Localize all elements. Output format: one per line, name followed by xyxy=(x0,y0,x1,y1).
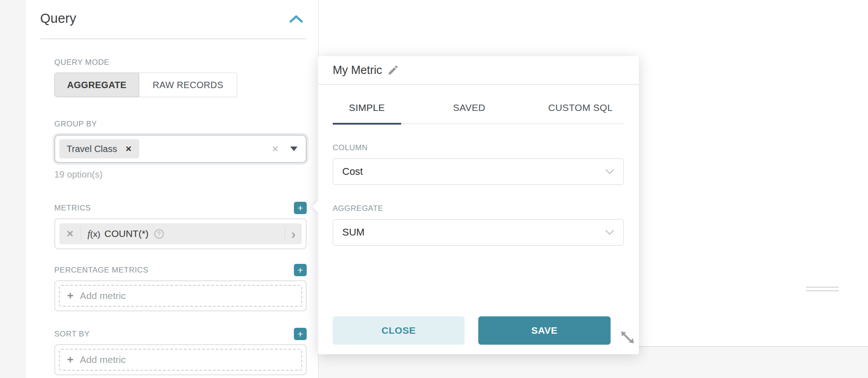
metrics-dropzone: ✕ f(x) COUNT(*) ? › xyxy=(54,218,307,249)
popover-footer: CLOSE SAVE xyxy=(333,316,611,345)
tab-custom-sql[interactable]: CUSTOM SQL xyxy=(537,102,624,113)
percentage-metrics-add-area[interactable]: + Add metric xyxy=(59,285,302,307)
query-mode-control: QUERY MODE AGGREGATE RAW RECORDS xyxy=(54,58,307,97)
query-mode-label: QUERY MODE xyxy=(54,58,307,67)
sort-by-label: SORT BY xyxy=(54,330,90,339)
query-section-title: Query xyxy=(40,11,76,26)
help-circle-icon[interactable]: ? xyxy=(154,229,164,239)
collapse-chevron-up-icon[interactable] xyxy=(289,15,303,23)
pill-divider xyxy=(81,227,81,241)
metric-remove-icon[interactable]: ✕ xyxy=(59,228,81,239)
save-button[interactable]: SAVE xyxy=(478,316,611,345)
select-caret-down-icon[interactable] xyxy=(290,147,298,151)
metric-pill-count[interactable]: ✕ f(x) COUNT(*) ? › xyxy=(59,223,302,244)
resize-diagonal-icon[interactable] xyxy=(620,330,635,345)
tag-remove-icon[interactable]: ✕ xyxy=(125,144,131,154)
aggregate-label: AGGREGATE xyxy=(333,204,624,213)
column-select-value: Cost xyxy=(342,166,605,178)
aggregate-select-value: SUM xyxy=(342,226,605,238)
tab-simple[interactable]: SIMPLE xyxy=(333,102,401,113)
sort-by-control: SORT BY + + Add metric xyxy=(54,328,307,375)
active-tab-ink-bar xyxy=(333,123,401,125)
chart-builder-screen: Query QUERY MODE AGGREGATE RAW RECORDS G… xyxy=(0,0,868,378)
percentage-metrics-control: PERCENTAGE METRICS + + Add metric xyxy=(54,264,307,311)
query-mode-raw-records-button[interactable]: RAW RECORDS xyxy=(139,73,237,97)
percentage-metrics-label: PERCENTAGE METRICS xyxy=(54,266,148,275)
group-by-options-hint: 19 option(s) xyxy=(54,169,307,180)
popover-header: My Metric xyxy=(318,56,639,85)
group-by-label: GROUP BY xyxy=(54,120,307,129)
plus-icon: + xyxy=(67,354,73,365)
metric-name: COUNT(*) xyxy=(105,228,149,239)
sort-by-add-area[interactable]: + Add metric xyxy=(59,349,302,371)
group-by-select[interactable]: Travel Class ✕ × xyxy=(54,135,307,163)
select-chevron-down-icon xyxy=(605,230,614,235)
column-label: COLUMN xyxy=(333,143,624,152)
close-button[interactable]: CLOSE xyxy=(333,316,465,345)
add-metric-placeholder: Add metric xyxy=(80,354,125,365)
group-by-control: GROUP BY Travel Class ✕ × 19 option(s) xyxy=(54,120,307,180)
query-header-divider xyxy=(40,38,307,39)
sort-by-dropzone: + Add metric xyxy=(54,344,307,375)
query-control-panel: Query QUERY MODE AGGREGATE RAW RECORDS G… xyxy=(26,0,319,378)
column-select[interactable]: Cost xyxy=(333,158,624,185)
tab-underline-track xyxy=(333,123,624,124)
plus-icon: + xyxy=(67,290,73,301)
popover-body: SIMPLE SAVED CUSTOM SQL COLUMN Cost AGGR… xyxy=(318,102,639,246)
metric-editor-popover: My Metric SIMPLE SAVED CUSTOM SQL COLUMN… xyxy=(318,56,639,354)
metrics-add-button[interactable]: + xyxy=(294,202,307,214)
left-gray-rail xyxy=(0,0,26,378)
metrics-label: METRICS xyxy=(54,204,91,213)
query-mode-segmented: AGGREGATE RAW RECORDS xyxy=(54,73,237,97)
metric-title: My Metric xyxy=(333,63,382,77)
group-by-tag-label: Travel Class xyxy=(67,144,117,154)
sort-by-add-button[interactable]: + xyxy=(294,328,307,340)
select-chevron-down-icon xyxy=(605,169,614,174)
aggregate-select[interactable]: SUM xyxy=(333,219,624,246)
query-mode-aggregate-button[interactable]: AGGREGATE xyxy=(54,73,139,97)
tab-saved[interactable]: SAVED xyxy=(435,102,503,113)
edit-pencil-icon[interactable] xyxy=(387,65,398,76)
query-section-header[interactable]: Query xyxy=(40,11,307,26)
metrics-control: METRICS + ✕ f(x) COUNT(*) ? › xyxy=(54,202,307,249)
group-by-tag: Travel Class ✕ xyxy=(59,139,139,158)
fx-icon: f(x) xyxy=(88,228,100,240)
percentage-metrics-dropzone: + Add metric xyxy=(54,280,307,311)
select-clear-icon[interactable]: × xyxy=(272,143,278,154)
metric-editor-tabs: SIMPLE SAVED CUSTOM SQL xyxy=(333,102,624,113)
metric-expand-chevron-icon[interactable]: › xyxy=(285,228,302,240)
add-metric-placeholder: Add metric xyxy=(80,290,125,301)
panel-resize-handle[interactable] xyxy=(806,287,839,294)
percentage-metrics-add-button[interactable]: + xyxy=(294,264,307,276)
